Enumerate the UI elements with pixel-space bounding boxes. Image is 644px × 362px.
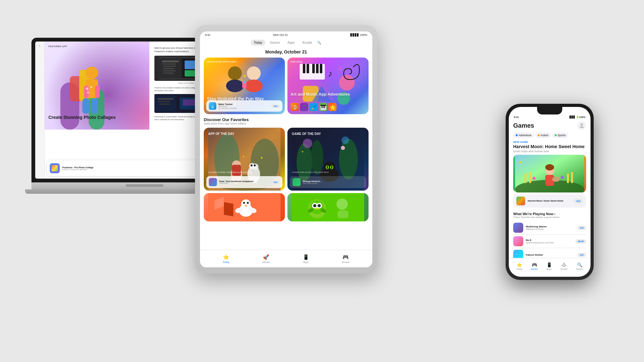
svg-rect-46 — [307, 64, 309, 73]
iphone-price-btn-3[interactable]: Get — [577, 253, 586, 257]
ipad-mini-info: Water Tracker Waterlama My task plan rem… — [218, 103, 271, 109]
svg-point-38 — [247, 66, 261, 80]
iphone-bar-today-label: Today — [516, 268, 522, 270]
svg-text:✦: ✦ — [242, 155, 245, 158]
iphone-bar-search[interactable]: 🔍 Search — [576, 262, 583, 270]
ipad-device: 9:41 Mon Oct 21 ▊▊▊▊ 100% Today Games Ap… — [195, 25, 377, 274]
iphone-notch — [537, 107, 562, 114]
ipad-game-day-info: Strange Horticul... The occult puzzle... — [303, 180, 364, 184]
iphone-filter-action[interactable]: Action — [535, 132, 551, 138]
ipad-kids-icon-3[interactable]: 🖌️ — [309, 103, 318, 111]
iphone-bar-apps-icon: 📱 — [547, 262, 552, 267]
iphone-playing-icon-2 — [513, 236, 523, 246]
iphone-filter-sports[interactable]: Sports — [552, 132, 568, 138]
ipad-kids-icon-1[interactable]: 🎨 — [291, 103, 299, 111]
svg-point-10 — [86, 87, 88, 90]
iphone-price-btn-1[interactable]: Get — [577, 226, 586, 230]
iphone-playing-item-2[interactable]: No.9 Synchronizing form and time. $0.99 — [513, 235, 586, 248]
iphone-bar-search-label: Search — [576, 268, 583, 270]
iphone-what-playing-section: What We're Playing Now › These favorites… — [509, 209, 591, 220]
svg-rect-19 — [163, 70, 176, 71]
svg-rect-67 — [232, 165, 241, 176]
svg-point-85 — [327, 166, 328, 169]
iphone-bar-today[interactable]: ⭐ Today — [516, 262, 522, 270]
svg-rect-47 — [312, 64, 315, 73]
ipad-tab-apps-icon: 📱 — [303, 254, 309, 260]
ipad-mini-sub2: My task plan reminder — [218, 107, 271, 109]
iphone-bar-arcade[interactable]: 🕹 Arcade — [560, 262, 567, 270]
svg-rect-121 — [567, 174, 569, 183]
svg-rect-7 — [95, 86, 100, 98]
ipad-search-icon[interactable]: 🔍 — [317, 40, 322, 45]
ipad-tab-bar-today[interactable]: ⭐ Today — [223, 254, 229, 264]
iphone-game-banner[interactable]: ☀ — [513, 155, 586, 192]
iphone-what-playing-title[interactable]: What We're Playing Now › — [513, 212, 586, 216]
ipad-tab-bar: ⭐ Today 🚀 Games 📱 Apps 🎮 Arcade — [200, 250, 372, 267]
iphone-avatar-icon[interactable] — [577, 121, 586, 130]
ipad-tab-bar-games[interactable]: 🚀 Games — [262, 254, 270, 264]
ipad-app-of-day-card[interactable]: ✦ ✦ APP OF THE DAY A chatbot to better u… — [204, 128, 285, 191]
ipad-app-day-info: Yana: Your emotional companion YANA APP — [219, 180, 271, 184]
iphone-game-icon-inner — [516, 197, 525, 205]
ipad-tab-bar-arcade[interactable]: 🎮 Arcade — [342, 254, 350, 264]
svg-point-70 — [252, 164, 258, 170]
svg-text:♫: ♫ — [337, 64, 342, 71]
ipad-game-day-mini-card[interactable]: Strange Horticul... The occult puzzle... — [290, 176, 366, 188]
ipad-card-developer-spotlight[interactable]: ✦ 💧 DEVELOPER SPOTLIGHT Stay Hydrated th… — [204, 58, 285, 114]
svg-point-87 — [303, 139, 312, 148]
ipad-tab-games[interactable]: Games — [267, 40, 283, 46]
ipad-card-for-kids[interactable]: ♪ ♫ FOR KIDS Art and Music App Adventure… — [287, 58, 369, 114]
iphone-filter-adventure[interactable]: Adventure — [513, 132, 534, 138]
iphone-time: 9:41 — [514, 116, 519, 119]
ipad-app-day-mini-card[interactable]: Yana: Your emotional companion YANA APP … — [206, 176, 282, 188]
svg-rect-31 — [158, 101, 170, 102]
ipad-game-of-day-card[interactable]: 🌸 ✦ GAME OF THE DAY Unearth wild secrets… — [287, 128, 369, 191]
ipad-date: Mon Oct 21 — [273, 33, 288, 36]
ipad-game-day-sub: The occult puzzle... — [303, 182, 364, 184]
iphone-game-get-button[interactable]: Get — [574, 199, 583, 203]
ipad-kids-icon-2[interactable]: 🎵 — [300, 103, 308, 111]
ipad-status-bar: 9:41 Mon Oct 21 ▊▊▊▊ 100% — [200, 31, 372, 38]
iphone-playing-name-2: No.9 — [526, 239, 575, 242]
ipad-screen: 9:41 Mon Oct 21 ▊▊▊▊ 100% Today Games Ap… — [200, 31, 372, 267]
ipad-body: 9:41 Mon Oct 21 ▊▊▊▊ 100% Today Games Ap… — [195, 25, 377, 274]
svg-rect-45 — [303, 64, 305, 73]
iphone-screen: 9:41 ▊▊▊ 🔋100% Games Adventure — [509, 107, 591, 277]
ipad-app-day-get-btn[interactable]: Get — [271, 181, 280, 184]
svg-text:🌸: 🌸 — [341, 145, 345, 150]
ipad-discover-section: Discover Our Favorites Daily picks from … — [200, 117, 372, 191]
ipad-tab-games-label: Games — [262, 261, 270, 264]
iphone-game-get-card[interactable]: Harvest Moon: Home Sweet Home Get — [513, 194, 586, 208]
iphone-playing-item-1[interactable]: Wuthering Waves Waking of a World Get — [513, 221, 586, 235]
iphone-bar-apps[interactable]: 📱 Apps — [547, 262, 552, 270]
ipad-signal-icon: ▊▊▊▊ — [350, 33, 359, 36]
svg-point-86 — [331, 166, 332, 169]
ipad-tab-arcade[interactable]: Arcade — [299, 40, 315, 46]
svg-point-126 — [552, 177, 560, 182]
ipad-app-day-desc: A chatbot to better understand your emot… — [208, 171, 280, 173]
ipad-bottom-card-2[interactable] — [287, 193, 369, 221]
ipad-mini-app-card[interactable]: 💧 Water Tracker Waterlama My task plan r… — [206, 100, 282, 112]
scene: ‹ — [0, 0, 644, 362]
svg-rect-48 — [316, 64, 319, 73]
ipad-kids-icon-5[interactable]: ⭐ — [328, 103, 336, 111]
ipad-tab-bar-apps[interactable]: 📱 Apps — [303, 254, 309, 264]
ipad-tab-today[interactable]: Today — [251, 40, 265, 46]
back-arrow-icon[interactable]: ‹ — [39, 44, 40, 47]
svg-rect-120 — [529, 172, 531, 183]
iphone-price-btn-2[interactable]: $0.99 — [575, 239, 586, 243]
ipad-mini-get-button[interactable]: Get — [271, 104, 280, 108]
svg-point-36 — [228, 66, 242, 80]
ipad-tab-apps[interactable]: Apps — [284, 40, 298, 46]
svg-text:♪: ♪ — [328, 69, 332, 78]
ipad-kids-icon-4[interactable]: 🎹 — [319, 103, 327, 111]
mac-app-icon-inner — [52, 165, 58, 171]
iphone-playing-icon-1 — [513, 223, 523, 233]
svg-point-95 — [241, 199, 251, 209]
ipad-mini-app-icon: 💧 — [209, 102, 216, 110]
iphone-bar-games[interactable]: 🎮 Games — [531, 262, 538, 270]
svg-text:💧: 💧 — [210, 104, 216, 109]
ipad-bottom-card-1[interactable] — [204, 193, 285, 221]
svg-point-127 — [532, 177, 536, 180]
svg-point-125 — [545, 164, 554, 170]
